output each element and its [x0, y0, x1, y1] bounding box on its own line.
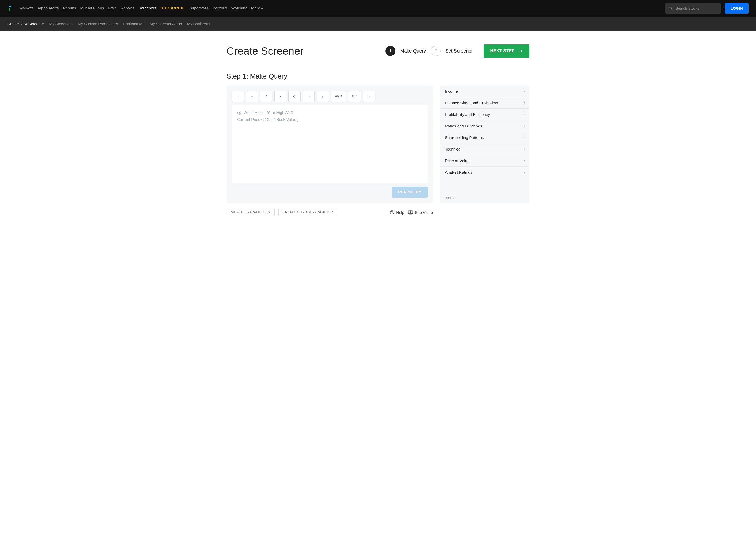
nav-alpha-alerts[interactable]: Alpha Alerts: [37, 6, 59, 11]
svg-marker-10: [410, 212, 411, 213]
nav-mutual-funds[interactable]: Mutual Funds: [80, 6, 104, 11]
run-row: RUN QUERY: [232, 187, 428, 197]
view-all-parameters-button[interactable]: VIEW ALL PARAMETERS: [226, 208, 275, 216]
layout: +−/×(ANDOR) eg. Week High = Year High AN…: [226, 86, 530, 216]
help-icon: [390, 210, 395, 215]
accordion-item-label: Ratios and Dividends: [445, 124, 482, 128]
operator-or-button[interactable]: OR: [348, 91, 361, 102]
subnav-bookmarked[interactable]: Bookmarked: [123, 22, 144, 26]
accordion-item-shareholding-patterns[interactable]: Shareholding Patterns: [440, 132, 530, 143]
query-textarea[interactable]: eg. Week High = Year High AND Current Pr…: [232, 105, 428, 183]
chevron-right-icon: [523, 125, 525, 128]
nav-more[interactable]: More: [251, 6, 263, 11]
next-step-button[interactable]: NEXT STEP: [484, 44, 530, 58]
svg-line-4: [671, 9, 672, 10]
svg-rect-2: [9, 8, 10, 11]
operator--button[interactable]: −: [246, 91, 258, 102]
step-badge-2[interactable]: 2: [431, 46, 441, 56]
operator--button[interactable]: ×: [274, 91, 286, 102]
run-query-button[interactable]: RUN QUERY: [392, 187, 428, 197]
chevron-right-icon: [523, 148, 525, 150]
svg-point-3: [669, 7, 672, 9]
nav-reports[interactable]: Reports: [120, 6, 134, 11]
top-nav: MarketsAlpha AlertsResultsMutual FundsF&…: [0, 0, 756, 17]
operator--button[interactable]: +: [232, 91, 244, 102]
search-icon: [669, 6, 673, 11]
subnav-my-custom-parameters[interactable]: My Custom Parameters: [78, 22, 118, 26]
chevron-right-icon: [523, 171, 525, 174]
accordion-footer: INDEX: [440, 192, 530, 203]
section-title: Step 1: Make Query: [226, 72, 530, 81]
nav-f-o[interactable]: F&O: [108, 6, 116, 11]
subnav-my-screener-alerts[interactable]: My Screener Alerts: [150, 22, 182, 26]
operator-row: +−/×(ANDOR): [232, 91, 428, 102]
nav-portfolio[interactable]: Portfolio: [213, 6, 227, 11]
chevron-right-icon: [523, 102, 525, 104]
accordion-item-label: Analyst Ratings: [445, 170, 472, 175]
operator-and-button[interactable]: AND: [331, 91, 346, 102]
chevron-right-icon: [523, 136, 525, 139]
accordion-item-income[interactable]: Income: [440, 86, 530, 97]
svg-rect-0: [9, 6, 10, 7]
see-video-label: See Video: [415, 210, 433, 215]
brand-logo: [7, 6, 13, 11]
main-container: Create Screener 1Make Query2Set Screener…: [214, 31, 542, 230]
chevron-right-icon: [523, 113, 525, 116]
parameter-accordion: IncomeBalance Sheet and Cash FlowProfita…: [440, 86, 530, 203]
video-icon: [408, 210, 413, 215]
create-custom-parameter-button[interactable]: CREATE CUSTOM PARAMETER: [278, 208, 338, 216]
chevron-right-icon: [523, 90, 525, 93]
see-video-link[interactable]: See Video: [408, 210, 433, 215]
accordion-item-price-or-volume[interactable]: Price or Volume: [440, 155, 530, 167]
login-button[interactable]: LOGIN: [725, 3, 749, 14]
step-badge-1[interactable]: 1: [385, 46, 395, 56]
operator--button[interactable]: ): [363, 91, 375, 102]
operator--button[interactable]: [303, 91, 315, 102]
accordion-item-profitability-and-efficiency[interactable]: Profitability and Efficiency: [440, 109, 530, 120]
accordion-item-label: Balance Sheet and Cash Flow: [445, 101, 498, 105]
operator--button[interactable]: /: [260, 91, 272, 102]
subnav-create-new-screener[interactable]: Create New Screener: [7, 22, 44, 26]
bottom-row: VIEW ALL PARAMETERS CREATE CUSTOM PARAME…: [226, 208, 433, 216]
operator--button[interactable]: [289, 91, 301, 102]
nav-results[interactable]: Results: [63, 6, 76, 11]
help-label: Help: [396, 210, 404, 215]
accordion-item-ratios-and-dividends[interactable]: Ratios and Dividends: [440, 120, 530, 132]
subnav-my-backtests[interactable]: My Backtests: [187, 22, 210, 26]
right-column: IncomeBalance Sheet and Cash FlowProfita…: [440, 86, 530, 203]
accordion-item-label: Shareholding Patterns: [445, 135, 484, 140]
step-label-2: Set Screener: [446, 48, 473, 54]
nav-markets[interactable]: Markets: [20, 6, 33, 11]
step-label-1: Make Query: [400, 48, 426, 54]
nav-screeners[interactable]: Screeners: [139, 6, 157, 11]
accordion-item-label: Technical: [445, 147, 461, 151]
next-step-label: NEXT STEP: [490, 49, 515, 53]
chevron-right-icon: [523, 159, 525, 162]
svg-point-7: [392, 213, 393, 213]
top-nav-links: MarketsAlpha AlertsResultsMutual FundsF&…: [20, 6, 661, 11]
help-link[interactable]: Help: [390, 210, 404, 215]
subnav-my-screeners[interactable]: My Screeners: [49, 22, 72, 26]
sub-nav: Create New ScreenerMy ScreenersMy Custom…: [0, 17, 756, 31]
search-input[interactable]: [676, 6, 721, 11]
nav-subscribe[interactable]: SUBSCRIBE: [161, 6, 185, 11]
query-panel: +−/×(ANDOR) eg. Week High = Year High AN…: [226, 86, 433, 203]
accordion-item-analyst-ratings[interactable]: Analyst Ratings: [440, 167, 530, 178]
svg-rect-1: [11, 6, 11, 7]
arrow-right-icon: [517, 49, 523, 53]
accordion-item-label: Price or Volume: [445, 158, 473, 163]
nav-watchlist[interactable]: Watchlist: [231, 6, 247, 11]
header-row: Create Screener 1Make Query2Set Screener…: [226, 44, 530, 58]
nav-superstars[interactable]: Superstars: [189, 6, 209, 11]
accordion-item-label: Income: [445, 89, 458, 93]
accordion-item-technical[interactable]: Technical: [440, 143, 530, 155]
page-title: Create Screener: [226, 45, 385, 57]
search-box[interactable]: [665, 3, 721, 14]
accordion-item-balance-sheet-and-cash-flow[interactable]: Balance Sheet and Cash Flow: [440, 97, 530, 109]
wizard-steps: 1Make Query2Set Screener: [385, 46, 473, 56]
chevron-down-icon: [261, 7, 263, 10]
left-column: +−/×(ANDOR) eg. Week High = Year High AN…: [226, 86, 433, 216]
accordion-item-label: Profitability and Efficiency: [445, 112, 490, 117]
operator--button[interactable]: (: [317, 91, 329, 102]
